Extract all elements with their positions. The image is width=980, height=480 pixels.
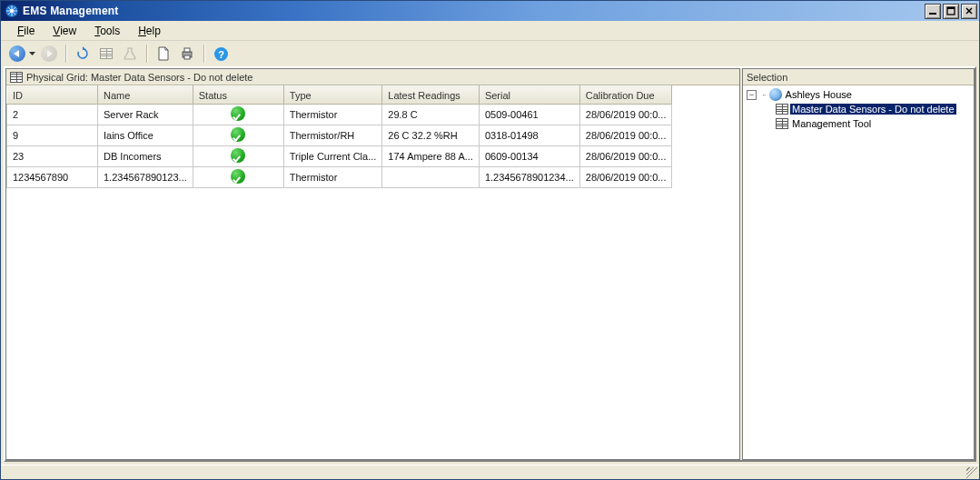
table-cell: Thermistor [283,167,382,188]
table-cell: Thermistor/RH [283,125,382,146]
page-button[interactable] [153,43,174,65]
menu-file[interactable]: File [8,23,44,39]
physical-grid-table: ID Name Status Type Latest Readings Seri… [6,85,672,188]
table-row[interactable]: 12345678901.234567890123...Thermistor1.2… [7,167,672,188]
col-type[interactable]: Type [283,86,382,105]
table-cell: 9 [7,125,98,146]
table-cell: 28/06/2019 00:0... [579,105,672,125]
content-area: Physical Grid: Master Data Sensors - Do … [4,66,976,462]
tree-child-label: Management Tool [790,118,873,129]
window-close-button[interactable] [961,4,977,19]
refresh-button[interactable] [72,43,94,65]
grid-area: ID Name Status Type Latest Readings Seri… [6,85,739,459]
print-icon [180,46,194,61]
nav-back-icon [9,45,25,62]
table-cell: 28/06/2019 00:0... [579,146,672,167]
table-row[interactable]: 9Iains OfficeThermistor/RH26 C 32.2 %RH0… [7,125,672,146]
grid-icon [10,72,23,83]
title-bar: EMS Management [1,1,979,21]
refresh-icon [75,46,90,61]
grid-icon [776,103,788,115]
right-pane: Selection − ·· Ashleys House Master Data… [742,68,975,460]
col-name[interactable]: Name [98,86,193,105]
globe-icon [769,88,782,101]
tree-collapse-icon[interactable]: − [747,90,757,100]
left-pane-header: Physical Grid: Master Data Sensors - Do … [6,69,739,85]
svg-rect-15 [184,55,190,59]
resize-grip[interactable] [966,467,977,478]
tree-child-row[interactable]: Management Tool [745,116,972,131]
table-cell: 0609-00134 [479,146,579,167]
col-latest[interactable]: Latest Readings [382,86,480,105]
table-cell: DB Incomers [98,146,193,167]
status-ok-icon [231,169,245,184]
svg-text:?: ? [218,48,224,59]
tree-root-row[interactable]: − ·· Ashleys House [745,87,972,102]
flask-button[interactable] [119,43,141,65]
tree-root-label: Ashleys House [784,89,854,100]
table-cell: 26 C 32.2 %RH [382,125,480,146]
status-ok-icon [231,106,245,121]
svg-marker-11 [29,52,35,55]
app-window: EMS Management File View Tools Help [0,0,980,480]
table-row[interactable]: 23DB IncomersTriple Current Cla...174 Am… [7,146,672,167]
table-cell: 1234567890 [7,167,98,188]
tree-child-row[interactable]: Master Data Sensors - Do not delete [745,102,972,116]
right-pane-header: Selection [743,69,974,85]
toolbar: ? [1,41,979,66]
nav-back-dropdown[interactable] [27,43,36,65]
menu-view[interactable]: View [44,23,85,39]
status-ok-icon [231,148,245,163]
svg-marker-12 [83,46,86,50]
page-icon [157,46,170,61]
help-button[interactable]: ? [210,43,232,65]
save-grid-button[interactable] [95,43,117,65]
table-cell [193,105,283,125]
col-cal[interactable]: Calibration Due [579,86,672,105]
svg-rect-6 [929,13,936,15]
table-cell: 174 Ampere 88 A... [382,146,480,167]
col-serial[interactable]: Serial [479,86,579,105]
svg-rect-14 [184,48,190,52]
flask-icon [124,46,136,61]
grid-icon [776,117,788,130]
help-icon: ? [213,46,229,62]
toolbar-separator [146,45,147,63]
left-pane-title: Physical Grid: Master Data Sensors - Do … [26,72,252,83]
menu-tools[interactable]: Tools [85,23,129,39]
table-cell [382,167,480,188]
table-cell: 2 [7,105,98,125]
table-cell: Iains Office [98,125,193,146]
table-cell: 28/06/2019 00:0... [579,167,672,188]
nav-forward-button[interactable] [38,43,60,65]
col-id[interactable]: ID [7,86,98,105]
right-pane-title: Selection [747,72,787,83]
table-cell: 28/06/2019 00:0... [579,125,672,146]
table-cell [193,167,283,188]
table-cell [193,125,283,146]
left-pane: Physical Grid: Master Data Sensors - Do … [5,68,740,460]
nav-back-button[interactable] [6,43,28,65]
nav-forward-icon [41,45,57,62]
grid-header-row: ID Name Status Type Latest Readings Seri… [7,86,672,105]
window-maximize-button[interactable] [943,4,959,19]
tree-child-label: Master Data Sensors - Do not delete [790,104,956,115]
app-icon [5,4,19,18]
table-row[interactable]: 2Server RackThermistor29.8 C0509-0046128… [7,105,672,125]
table-cell: 0318-01498 [479,125,579,146]
status-ok-icon [231,127,245,142]
selection-tree: − ·· Ashleys House Master Data Sensors -… [743,85,974,459]
status-bar [1,465,979,479]
table-cell: Server Rack [98,105,193,125]
table-cell: 23 [7,146,98,167]
grid-save-icon [100,48,113,59]
window-minimize-button[interactable] [925,4,941,19]
print-button[interactable] [176,43,198,65]
menu-help[interactable]: Help [129,23,170,39]
table-cell: 1.234567890123... [98,167,193,188]
table-cell [193,146,283,167]
table-cell: 29.8 C [382,105,480,125]
menu-file-rest: ile [24,25,35,37]
table-cell: 0509-00461 [479,105,579,125]
col-status[interactable]: Status [193,86,283,105]
